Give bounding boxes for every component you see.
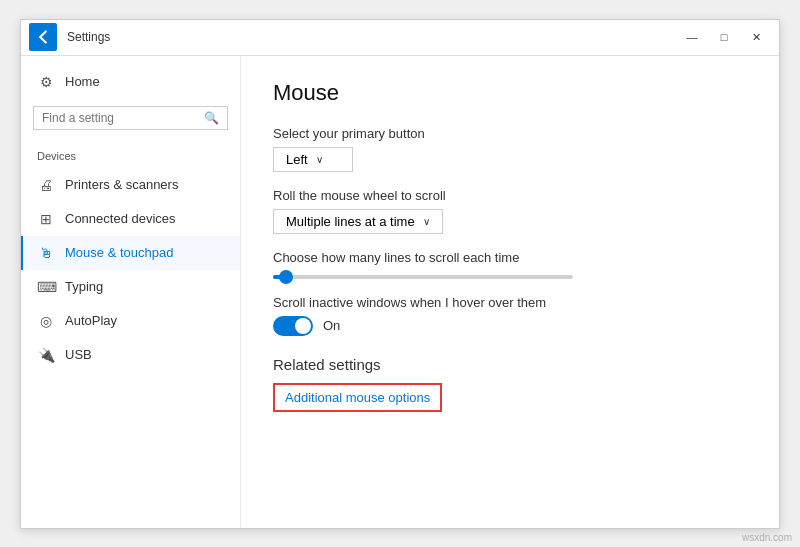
maximize-button[interactable]: □ — [709, 23, 739, 51]
printers-label: Printers & scanners — [65, 177, 178, 192]
primary-button-dropdown[interactable]: Left ∨ — [273, 147, 353, 172]
related-settings-title: Related settings — [273, 356, 747, 373]
toggle-thumb — [295, 318, 311, 334]
toggle-row: On — [273, 316, 747, 336]
main-content: Mouse Select your primary button Left ∨ … — [241, 56, 779, 528]
sidebar-item-typing[interactable]: ⌨ Typing — [21, 270, 240, 304]
primary-button-value: Left — [286, 152, 308, 167]
sidebar-item-home[interactable]: ⚙ Home — [21, 66, 240, 98]
scroll-label: Roll the mouse wheel to scroll — [273, 188, 747, 203]
annotation-arrow — [757, 363, 779, 403]
typing-label: Typing — [65, 279, 103, 294]
typing-icon: ⌨ — [37, 279, 55, 295]
window-title: Settings — [67, 30, 677, 44]
scroll-dropdown[interactable]: Multiple lines at a time ∨ — [273, 209, 443, 234]
scroll-value: Multiple lines at a time — [286, 214, 415, 229]
sidebar: ⚙ Home 🔍 Devices 🖨 Printers & scanners ⊞… — [21, 56, 241, 528]
printers-icon: 🖨 — [37, 177, 55, 193]
page-title: Mouse — [273, 80, 747, 106]
sidebar-item-autoplay[interactable]: ◎ AutoPlay — [21, 304, 240, 338]
lines-slider[interactable] — [273, 275, 747, 279]
inactive-label: Scroll inactive windows when I hover ove… — [273, 295, 747, 310]
content-area: ⚙ Home 🔍 Devices 🖨 Printers & scanners ⊞… — [21, 56, 779, 528]
sidebar-item-mouse[interactable]: 🖱 Mouse & touchpad — [21, 236, 240, 270]
close-button[interactable]: ✕ — [741, 23, 771, 51]
slider-thumb[interactable] — [279, 270, 293, 284]
autoplay-label: AutoPlay — [65, 313, 117, 328]
search-icon: 🔍 — [204, 111, 219, 125]
mouse-icon: 🖱 — [37, 245, 55, 261]
toggle-label: On — [323, 318, 340, 333]
sidebar-item-printers[interactable]: 🖨 Printers & scanners — [21, 168, 240, 202]
primary-button-label: Select your primary button — [273, 126, 747, 141]
window-controls: — □ ✕ — [677, 23, 771, 51]
autoplay-icon: ◎ — [37, 313, 55, 329]
primary-dropdown-arrow: ∨ — [316, 154, 323, 165]
watermark: wsxdn.com — [742, 532, 792, 543]
sidebar-item-connected[interactable]: ⊞ Connected devices — [21, 202, 240, 236]
titlebar: Settings — □ ✕ — [21, 20, 779, 56]
additional-mouse-options-link[interactable]: Additional mouse options — [273, 383, 442, 412]
settings-window: Settings — □ ✕ ⚙ Home 🔍 Devices 🖨 Printe… — [20, 19, 780, 529]
mouse-label: Mouse & touchpad — [65, 245, 173, 260]
usb-icon: 🔌 — [37, 347, 55, 363]
connected-icon: ⊞ — [37, 211, 55, 227]
lines-label: Choose how many lines to scroll each tim… — [273, 250, 747, 265]
connected-label: Connected devices — [65, 211, 176, 226]
back-button[interactable] — [29, 23, 57, 51]
search-input[interactable] — [42, 111, 204, 125]
home-label: Home — [65, 74, 100, 89]
home-icon: ⚙ — [37, 74, 55, 90]
slider-track — [273, 275, 573, 279]
minimize-button[interactable]: — — [677, 23, 707, 51]
usb-label: USB — [65, 347, 92, 362]
inactive-toggle[interactable] — [273, 316, 313, 336]
scroll-dropdown-arrow: ∨ — [423, 216, 430, 227]
link-wrapper: Additional mouse options — [273, 383, 747, 412]
devices-section-label: Devices — [21, 138, 240, 168]
search-box[interactable]: 🔍 — [33, 106, 228, 130]
sidebar-item-usb[interactable]: 🔌 USB — [21, 338, 240, 372]
